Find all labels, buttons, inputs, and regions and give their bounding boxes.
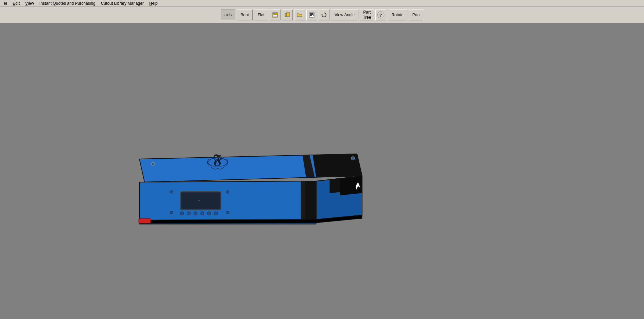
part-tree-line1: Part: [363, 10, 371, 15]
3d-model-svg: 𝕱: [109, 132, 374, 237]
open-icon: [284, 12, 290, 18]
svg-rect-1: [273, 13, 275, 14]
svg-rect-44: [139, 218, 151, 223]
svg-point-40: [207, 212, 211, 215]
edit-icon: [309, 12, 315, 18]
view-angle-button[interactable]: View Angle: [331, 10, 358, 20]
icon-button-3[interactable]: [294, 10, 305, 20]
svg-text:?: ?: [379, 13, 382, 18]
svg-text:-: -: [198, 198, 200, 203]
svg-point-37: [187, 212, 190, 215]
svg-rect-2: [273, 15, 277, 17]
help-icon: ?: [377, 11, 385, 19]
viewport[interactable]: 𝕱: [0, 23, 644, 319]
menu-cutout-library[interactable]: Cutout Library Manager: [98, 0, 147, 6]
svg-marker-24: [305, 181, 316, 219]
svg-point-35: [226, 211, 229, 214]
icon-button-2[interactable]: [282, 10, 293, 20]
svg-marker-13: [313, 154, 362, 177]
svg-text:𝕱: 𝕱: [213, 152, 222, 167]
menu-instant-quotes[interactable]: Instant Quotes and Purchasing: [37, 0, 98, 6]
menubar: le Edit View Instant Quotes and Purchasi…: [0, 0, 644, 7]
menu-edit[interactable]: Edit: [10, 0, 22, 6]
svg-marker-9: [321, 14, 323, 15]
svg-point-41: [214, 212, 218, 215]
rotate-button[interactable]: Rotate: [388, 10, 407, 20]
svg-point-33: [226, 191, 229, 193]
svg-point-34: [170, 211, 173, 214]
pan-button[interactable]: Pan: [409, 10, 423, 20]
icon-button-4[interactable]: [306, 10, 317, 20]
bent-button[interactable]: Bent: [237, 10, 253, 20]
svg-point-39: [201, 212, 204, 215]
svg-marker-25: [301, 181, 305, 219]
part-tree-line2: Tree: [363, 15, 371, 20]
svg-point-32: [170, 191, 173, 193]
svg-rect-5: [309, 13, 314, 17]
save-icon: [272, 12, 278, 18]
svg-point-38: [194, 212, 197, 215]
menu-le[interactable]: le: [1, 0, 10, 6]
toolbar: axis Bent Flat Vie: [0, 7, 644, 23]
svg-rect-30: [181, 192, 220, 209]
menu-view[interactable]: View: [22, 0, 37, 6]
part-tree-button[interactable]: Part Tree: [360, 10, 374, 20]
help-icon-button[interactable]: ?: [375, 10, 386, 20]
svg-rect-4: [287, 13, 290, 17]
icon-button-5[interactable]: [319, 10, 329, 20]
3d-model: 𝕱: [109, 132, 374, 237]
folder-icon: [296, 12, 303, 18]
refresh-icon: [321, 12, 327, 18]
flat-button[interactable]: Flat: [254, 10, 268, 20]
axis-button[interactable]: axis: [221, 10, 235, 20]
menu-help[interactable]: Help: [147, 0, 160, 6]
icon-button-1[interactable]: [270, 10, 281, 20]
svg-point-36: [180, 212, 184, 215]
